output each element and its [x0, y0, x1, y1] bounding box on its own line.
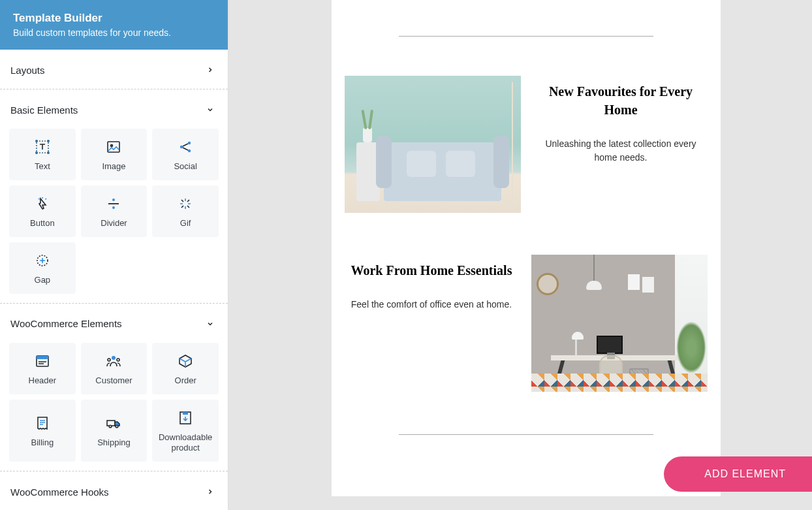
element-downloadable-product[interactable]: Downloadable product	[152, 400, 219, 462]
section-basic-title: Basic Elements	[10, 104, 78, 116]
element-image[interactable]: Image	[81, 129, 148, 180]
section-hooks-title: WooCommerce Hooks	[10, 486, 109, 498]
svg-point-20	[110, 425, 112, 428]
element-label: Downloadable product	[156, 432, 215, 454]
description: Unleashing the latest collection every h…	[534, 137, 708, 165]
element-divider[interactable]: Divider	[81, 185, 148, 237]
element-label: Gap	[35, 275, 51, 286]
element-shipping[interactable]: Shipping	[81, 400, 148, 462]
canvas-area: New Favourites for Every Home Unleashing…	[228, 0, 812, 510]
header-icon	[33, 352, 52, 370]
button-icon	[33, 195, 52, 213]
element-gap[interactable]: Gap	[9, 242, 76, 294]
svg-point-3	[36, 152, 37, 153]
element-text[interactable]: Text	[9, 129, 76, 180]
billing-icon	[33, 414, 52, 432]
svg-point-7	[180, 146, 183, 148]
svg-rect-5	[108, 142, 119, 152]
gap-icon	[33, 251, 52, 270]
content-row-1[interactable]: New Favourites for Every Home Unleashing…	[345, 76, 708, 213]
svg-point-6	[111, 145, 113, 147]
social-icon	[176, 138, 195, 156]
element-label: Customer	[95, 375, 132, 387]
basic-elements-grid: Text Image Social Button	[7, 129, 221, 303]
element-label: Divider	[101, 218, 127, 229]
living-room-image[interactable]	[345, 76, 521, 213]
chevron-right-icon	[203, 63, 217, 77]
sidebar-header: Template Builder Build custom templates …	[0, 0, 228, 50]
element-label: Button	[30, 218, 55, 229]
svg-point-2	[48, 140, 49, 142]
section-woo-elements[interactable]: WooCommerce Elements	[7, 304, 221, 343]
section-layouts-title: Layouts	[10, 65, 45, 76]
element-label: Shipping	[97, 438, 131, 449]
content-divider	[399, 36, 653, 37]
content-row-2[interactable]: Work From Home Essentials Feel the comfo…	[345, 255, 708, 392]
shipping-icon	[104, 414, 123, 432]
sidebar: Template Builder Build custom templates …	[0, 0, 228, 510]
section-woo-hooks[interactable]: WooCommerce Hooks	[7, 471, 221, 510]
svg-point-4	[48, 152, 49, 153]
svg-point-17	[108, 359, 110, 361]
gif-icon	[176, 195, 195, 213]
svg-point-10	[112, 199, 115, 201]
content-divider	[399, 434, 653, 435]
element-label: Order	[175, 375, 196, 387]
svg-point-18	[117, 359, 119, 361]
svg-point-13	[41, 259, 43, 261]
svg-point-9	[188, 150, 191, 152]
element-billing[interactable]: Billing	[9, 400, 76, 462]
svg-point-16	[112, 356, 116, 360]
element-label: Billing	[31, 438, 54, 449]
add-element-button[interactable]: ADD ELEMENT	[664, 456, 812, 492]
section-layouts[interactable]: Layouts	[7, 50, 221, 89]
chevron-down-icon	[203, 103, 217, 117]
svg-point-8	[188, 142, 191, 144]
element-gif[interactable]: Gif	[152, 185, 219, 237]
svg-rect-15	[37, 356, 48, 359]
sidebar-subtitle: Build custom templates for your needs.	[13, 27, 215, 38]
customer-icon	[104, 352, 123, 370]
woo-elements-grid: Header Customer Order Billing	[7, 343, 221, 471]
office-image[interactable]	[531, 255, 708, 392]
chevron-down-icon	[203, 317, 217, 331]
element-header[interactable]: Header	[9, 343, 76, 394]
text-block-1[interactable]: New Favourites for Every Home Unleashing…	[534, 76, 708, 165]
svg-point-1	[36, 140, 37, 142]
text-icon	[33, 138, 52, 156]
order-icon	[176, 352, 195, 370]
element-customer[interactable]: Customer	[81, 343, 148, 394]
element-label: Social	[174, 161, 196, 172]
svg-point-11	[112, 206, 115, 209]
download-product-icon	[176, 409, 195, 427]
element-label: Text	[35, 161, 50, 172]
description: Feel the comfort of office even at home.	[345, 298, 518, 311]
svg-point-21	[116, 425, 119, 428]
canvas-page[interactable]: New Favourites for Every Home Unleashing…	[332, 0, 721, 496]
element-label: Image	[102, 161, 125, 172]
image-icon	[104, 138, 123, 156]
element-social[interactable]: Social	[152, 129, 219, 180]
divider-icon	[104, 195, 123, 213]
chevron-right-icon	[203, 485, 217, 499]
element-button[interactable]: Button	[9, 185, 76, 237]
element-order[interactable]: Order	[152, 343, 219, 394]
section-basic-elements[interactable]: Basic Elements	[7, 89, 221, 129]
svg-rect-23	[183, 412, 188, 415]
text-block-2[interactable]: Work From Home Essentials Feel the comfo…	[345, 255, 518, 311]
section-woo-title: WooCommerce Elements	[10, 318, 122, 329]
element-label: Header	[29, 375, 57, 387]
heading: Work From Home Essentials	[345, 261, 518, 279]
heading: New Favourites for Every Home	[534, 82, 708, 119]
element-label: Gif	[180, 218, 191, 229]
sidebar-title: Template Builder	[13, 12, 215, 25]
